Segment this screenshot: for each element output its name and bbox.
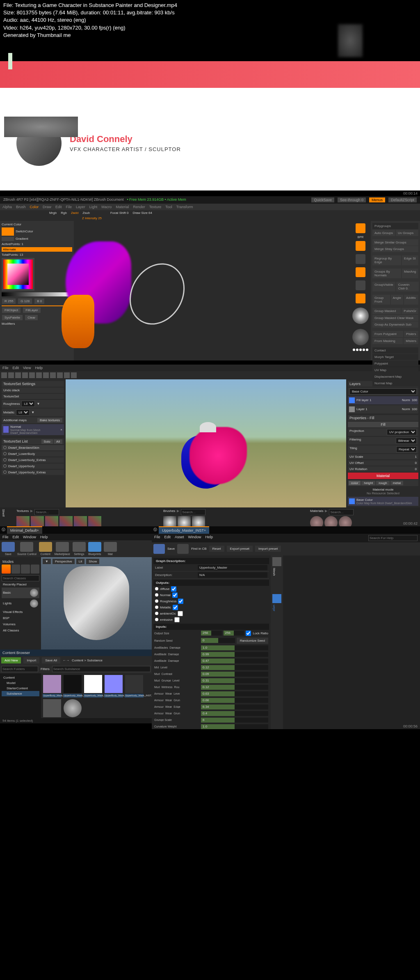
timestamp-1: 00:00:14 <box>0 190 420 196</box>
graph-details: Graph Description: LabelUpperbody_Master… <box>152 555 271 729</box>
zbrush-rightbar[interactable]: BPR <box>350 221 371 360</box>
zbrush-window: ZBrush 4R7 P2 [x64][RQA2-ZNFF-QPTA-NIL1-… <box>0 196 420 352</box>
layers-panel: Layers Base Color Fill layer 1Norm100 La… <box>346 379 420 507</box>
color-panel: Current Color SwitchColor Gradient Activ… <box>0 221 74 360</box>
content-browser: Content Browser Add New Import Save All … <box>0 650 152 723</box>
ue-toolbar[interactable]: Save Source Control Content Marketplace … <box>0 540 152 557</box>
textureset-panel: TextureSet Settings Undo stack TextureSe… <box>0 379 66 507</box>
author-title: VFX CHARACTER ARTIST / SCULPTOR <box>70 146 181 152</box>
author-avatar <box>16 121 62 166</box>
unreal-windows: ⓊMinimal_Default+ FileEdit WindowHelp Sa… <box>0 526 420 723</box>
tab-mesh[interactable] <box>272 557 281 566</box>
zbrush-title: ZBrush 4R7 P2 [x64][RQA2-ZNFF-QPTA-NIL1-… <box>3 197 123 202</box>
polygroups-panel: Polygroups Auto GroupsUv Groups Merge Si… <box>371 221 420 360</box>
ue-viewport[interactable]: ▼Perspective LitShow <box>41 557 152 650</box>
substance-viewport[interactable] <box>66 379 346 507</box>
add-new-button[interactable]: Add New <box>1 657 21 663</box>
close-icon[interactable]: × <box>60 428 62 431</box>
zbrush-canvas[interactable] <box>74 221 350 360</box>
unreal-editor: ⓊMinimal_Default+ FileEdit WindowHelp Sa… <box>0 526 152 723</box>
substance-toolbar[interactable] <box>0 371 420 379</box>
header-thumbnail <box>338 24 363 57</box>
zbrush-menubar[interactable]: AlphaBrush ColorDraw EditFile LayerLight… <box>0 204 420 210</box>
substance-graph-instance: ⓊUpperbody_Master_INST+ FileEdit AssetWi… <box>152 526 420 723</box>
substance-window: FileEdit ViewHelp TextureSet Settings Un… <box>0 365 420 521</box>
modes-panel: Modes Recently Placed Basic Lights Visua… <box>0 557 41 650</box>
tab-uepr[interactable] <box>272 594 281 603</box>
value-slider[interactable] <box>2 292 72 296</box>
folder-tree[interactable]: Content Model StarterContent Substance <box>0 673 41 718</box>
author-name: David Connely <box>70 134 181 145</box>
substance-menubar[interactable]: FileEdit ViewHelp <box>0 365 420 371</box>
color-picker[interactable] <box>2 258 34 291</box>
author-section: David Connely VFX CHARACTER ARTIST / SCU… <box>0 88 420 190</box>
red-banner <box>0 61 420 88</box>
ue-menubar[interactable]: FileEdit WindowHelp <box>0 534 152 540</box>
asset-grid[interactable]: UpperBody_Mask_INST_diffuse Upperbody_Ma… <box>41 673 152 718</box>
quicksave-button[interactable]: QuickSave <box>311 197 334 202</box>
